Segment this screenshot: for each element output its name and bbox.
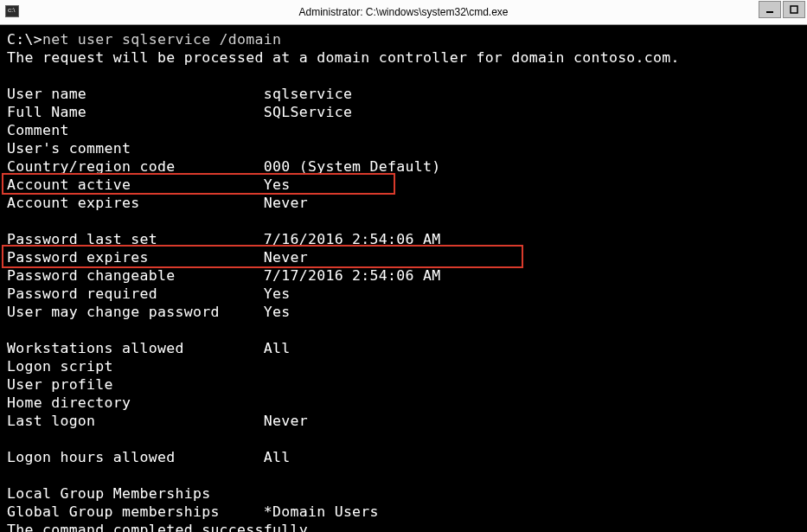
svg-rect-0 xyxy=(766,11,773,13)
minimize-button[interactable] xyxy=(759,1,781,18)
cmd-icon: c:\ xyxy=(5,5,19,17)
command-text: net user sqlservice /domain xyxy=(42,31,281,48)
window-title: Administrator: C:\windows\system32\cmd.e… xyxy=(298,6,508,18)
prompt: C:\> xyxy=(7,31,42,48)
cmd-window: c:\ Administrator: C:\windows\system32\c… xyxy=(0,0,807,532)
svg-rect-1 xyxy=(791,6,797,13)
maximize-button[interactable] xyxy=(783,1,805,18)
window-controls xyxy=(759,0,807,24)
titlebar: c:\ Administrator: C:\windows\system32\c… xyxy=(0,0,807,25)
terminal-output[interactable]: C:\>net user sqlservice /domain The requ… xyxy=(0,25,807,532)
